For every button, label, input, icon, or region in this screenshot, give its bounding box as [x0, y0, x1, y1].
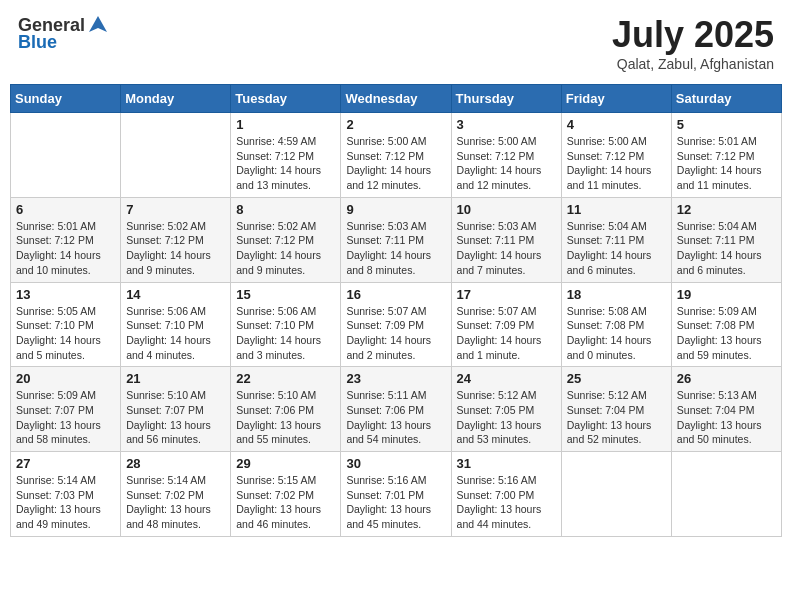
- calendar-cell: [561, 452, 671, 537]
- day-number: 20: [16, 371, 115, 386]
- day-info: Sunrise: 5:00 AMSunset: 7:12 PMDaylight:…: [567, 134, 666, 193]
- day-number: 22: [236, 371, 335, 386]
- calendar-cell: 27Sunrise: 5:14 AMSunset: 7:03 PMDayligh…: [11, 452, 121, 537]
- calendar-cell: 23Sunrise: 5:11 AMSunset: 7:06 PMDayligh…: [341, 367, 451, 452]
- day-number: 19: [677, 287, 776, 302]
- month-title: July 2025: [612, 14, 774, 56]
- day-info: Sunrise: 5:07 AMSunset: 7:09 PMDaylight:…: [457, 304, 556, 363]
- calendar-cell: 7Sunrise: 5:02 AMSunset: 7:12 PMDaylight…: [121, 197, 231, 282]
- day-number: 15: [236, 287, 335, 302]
- calendar-cell: 31Sunrise: 5:16 AMSunset: 7:00 PMDayligh…: [451, 452, 561, 537]
- calendar-header-row: SundayMondayTuesdayWednesdayThursdayFrid…: [11, 85, 782, 113]
- calendar-week-row: 1Sunrise: 4:59 AMSunset: 7:12 PMDaylight…: [11, 113, 782, 198]
- calendar-cell: 8Sunrise: 5:02 AMSunset: 7:12 PMDaylight…: [231, 197, 341, 282]
- calendar-header-monday: Monday: [121, 85, 231, 113]
- day-number: 23: [346, 371, 445, 386]
- calendar-cell: 19Sunrise: 5:09 AMSunset: 7:08 PMDayligh…: [671, 282, 781, 367]
- day-info: Sunrise: 5:01 AMSunset: 7:12 PMDaylight:…: [677, 134, 776, 193]
- header: General Blue July 2025 Qalat, Zabul, Afg…: [10, 10, 782, 76]
- calendar-cell: 29Sunrise: 5:15 AMSunset: 7:02 PMDayligh…: [231, 452, 341, 537]
- day-info: Sunrise: 5:00 AMSunset: 7:12 PMDaylight:…: [346, 134, 445, 193]
- day-info: Sunrise: 5:10 AMSunset: 7:06 PMDaylight:…: [236, 388, 335, 447]
- day-number: 24: [457, 371, 556, 386]
- calendar-header-sunday: Sunday: [11, 85, 121, 113]
- location-subtitle: Qalat, Zabul, Afghanistan: [612, 56, 774, 72]
- day-number: 12: [677, 202, 776, 217]
- calendar-week-row: 6Sunrise: 5:01 AMSunset: 7:12 PMDaylight…: [11, 197, 782, 282]
- calendar-cell: 14Sunrise: 5:06 AMSunset: 7:10 PMDayligh…: [121, 282, 231, 367]
- day-info: Sunrise: 5:14 AMSunset: 7:03 PMDaylight:…: [16, 473, 115, 532]
- calendar-cell: 22Sunrise: 5:10 AMSunset: 7:06 PMDayligh…: [231, 367, 341, 452]
- calendar-header-thursday: Thursday: [451, 85, 561, 113]
- calendar-cell: 9Sunrise: 5:03 AMSunset: 7:11 PMDaylight…: [341, 197, 451, 282]
- calendar-cell: 2Sunrise: 5:00 AMSunset: 7:12 PMDaylight…: [341, 113, 451, 198]
- day-info: Sunrise: 5:08 AMSunset: 7:08 PMDaylight:…: [567, 304, 666, 363]
- day-number: 3: [457, 117, 556, 132]
- calendar-week-row: 13Sunrise: 5:05 AMSunset: 7:10 PMDayligh…: [11, 282, 782, 367]
- day-number: 28: [126, 456, 225, 471]
- calendar-cell: 11Sunrise: 5:04 AMSunset: 7:11 PMDayligh…: [561, 197, 671, 282]
- calendar-cell: [121, 113, 231, 198]
- calendar-cell: 24Sunrise: 5:12 AMSunset: 7:05 PMDayligh…: [451, 367, 561, 452]
- day-number: 29: [236, 456, 335, 471]
- logo: General Blue: [18, 14, 109, 53]
- calendar-week-row: 27Sunrise: 5:14 AMSunset: 7:03 PMDayligh…: [11, 452, 782, 537]
- day-info: Sunrise: 5:16 AMSunset: 7:00 PMDaylight:…: [457, 473, 556, 532]
- logo-icon: [87, 14, 109, 36]
- day-number: 2: [346, 117, 445, 132]
- calendar-week-row: 20Sunrise: 5:09 AMSunset: 7:07 PMDayligh…: [11, 367, 782, 452]
- calendar-cell: [11, 113, 121, 198]
- day-info: Sunrise: 5:10 AMSunset: 7:07 PMDaylight:…: [126, 388, 225, 447]
- day-info: Sunrise: 5:04 AMSunset: 7:11 PMDaylight:…: [567, 219, 666, 278]
- day-number: 5: [677, 117, 776, 132]
- calendar-cell: 16Sunrise: 5:07 AMSunset: 7:09 PMDayligh…: [341, 282, 451, 367]
- day-info: Sunrise: 5:03 AMSunset: 7:11 PMDaylight:…: [457, 219, 556, 278]
- day-info: Sunrise: 5:12 AMSunset: 7:04 PMDaylight:…: [567, 388, 666, 447]
- day-info: Sunrise: 5:15 AMSunset: 7:02 PMDaylight:…: [236, 473, 335, 532]
- calendar-header-tuesday: Tuesday: [231, 85, 341, 113]
- day-info: Sunrise: 5:05 AMSunset: 7:10 PMDaylight:…: [16, 304, 115, 363]
- day-info: Sunrise: 5:06 AMSunset: 7:10 PMDaylight:…: [236, 304, 335, 363]
- day-number: 10: [457, 202, 556, 217]
- day-number: 17: [457, 287, 556, 302]
- title-area: July 2025 Qalat, Zabul, Afghanistan: [612, 14, 774, 72]
- day-number: 14: [126, 287, 225, 302]
- day-info: Sunrise: 5:06 AMSunset: 7:10 PMDaylight:…: [126, 304, 225, 363]
- calendar-cell: 13Sunrise: 5:05 AMSunset: 7:10 PMDayligh…: [11, 282, 121, 367]
- day-number: 27: [16, 456, 115, 471]
- day-number: 26: [677, 371, 776, 386]
- day-info: Sunrise: 5:16 AMSunset: 7:01 PMDaylight:…: [346, 473, 445, 532]
- day-info: Sunrise: 5:11 AMSunset: 7:06 PMDaylight:…: [346, 388, 445, 447]
- day-info: Sunrise: 5:03 AMSunset: 7:11 PMDaylight:…: [346, 219, 445, 278]
- day-number: 25: [567, 371, 666, 386]
- day-info: Sunrise: 5:07 AMSunset: 7:09 PMDaylight:…: [346, 304, 445, 363]
- day-info: Sunrise: 5:04 AMSunset: 7:11 PMDaylight:…: [677, 219, 776, 278]
- day-number: 31: [457, 456, 556, 471]
- day-info: Sunrise: 4:59 AMSunset: 7:12 PMDaylight:…: [236, 134, 335, 193]
- calendar-cell: 28Sunrise: 5:14 AMSunset: 7:02 PMDayligh…: [121, 452, 231, 537]
- day-info: Sunrise: 5:02 AMSunset: 7:12 PMDaylight:…: [126, 219, 225, 278]
- calendar-cell: 20Sunrise: 5:09 AMSunset: 7:07 PMDayligh…: [11, 367, 121, 452]
- day-number: 6: [16, 202, 115, 217]
- day-info: Sunrise: 5:09 AMSunset: 7:08 PMDaylight:…: [677, 304, 776, 363]
- calendar-cell: 12Sunrise: 5:04 AMSunset: 7:11 PMDayligh…: [671, 197, 781, 282]
- day-number: 30: [346, 456, 445, 471]
- calendar-cell: 3Sunrise: 5:00 AMSunset: 7:12 PMDaylight…: [451, 113, 561, 198]
- day-number: 8: [236, 202, 335, 217]
- calendar-cell: 17Sunrise: 5:07 AMSunset: 7:09 PMDayligh…: [451, 282, 561, 367]
- calendar-cell: 1Sunrise: 4:59 AMSunset: 7:12 PMDaylight…: [231, 113, 341, 198]
- calendar-cell: 5Sunrise: 5:01 AMSunset: 7:12 PMDaylight…: [671, 113, 781, 198]
- day-number: 9: [346, 202, 445, 217]
- calendar-header-wednesday: Wednesday: [341, 85, 451, 113]
- calendar-header-saturday: Saturday: [671, 85, 781, 113]
- calendar-cell: 10Sunrise: 5:03 AMSunset: 7:11 PMDayligh…: [451, 197, 561, 282]
- day-number: 16: [346, 287, 445, 302]
- calendar-body: 1Sunrise: 4:59 AMSunset: 7:12 PMDaylight…: [11, 113, 782, 537]
- day-info: Sunrise: 5:14 AMSunset: 7:02 PMDaylight:…: [126, 473, 225, 532]
- day-info: Sunrise: 5:02 AMSunset: 7:12 PMDaylight:…: [236, 219, 335, 278]
- calendar-table: SundayMondayTuesdayWednesdayThursdayFrid…: [10, 84, 782, 537]
- calendar-cell: 18Sunrise: 5:08 AMSunset: 7:08 PMDayligh…: [561, 282, 671, 367]
- day-number: 7: [126, 202, 225, 217]
- day-number: 13: [16, 287, 115, 302]
- day-number: 18: [567, 287, 666, 302]
